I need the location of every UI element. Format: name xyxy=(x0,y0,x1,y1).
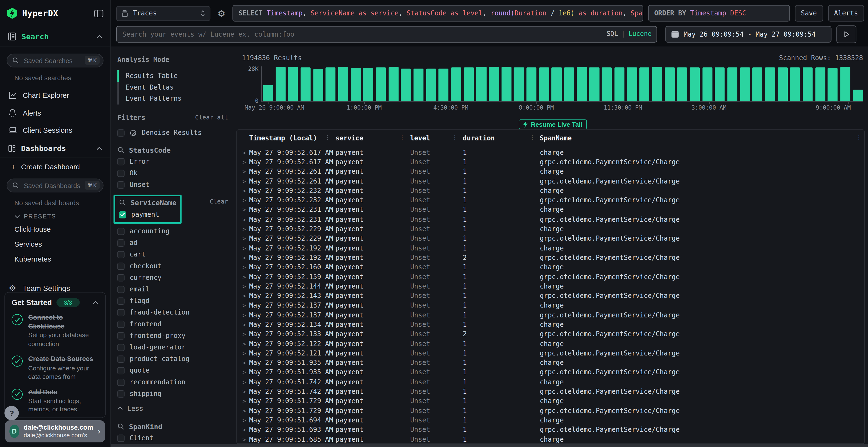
row-expand-chevron[interactable]: > xyxy=(243,331,249,338)
horizontal-scrollbar[interactable] xyxy=(111,444,868,447)
checkbox[interactable] xyxy=(117,170,125,177)
histogram-bar[interactable] xyxy=(689,67,700,101)
histogram-bar[interactable] xyxy=(338,67,348,101)
sql-orderby-editor[interactable]: ORDER BY Timestamp DESC xyxy=(648,5,790,22)
col-spanname[interactable]: SpanName xyxy=(540,134,864,142)
row-expand-chevron[interactable]: > xyxy=(243,245,249,251)
row-expand-chevron[interactable]: > xyxy=(243,187,249,194)
histogram-bar[interactable] xyxy=(840,67,850,101)
row-expand-chevron[interactable]: > xyxy=(243,388,249,395)
denoise-checkbox[interactable] xyxy=(117,129,125,136)
histogram-bar[interactable] xyxy=(640,67,650,101)
show-less-toggle[interactable]: Less xyxy=(117,404,228,412)
checkbox[interactable] xyxy=(117,158,125,165)
sql-language-toggle[interactable]: SQL xyxy=(607,30,618,38)
analysis-mode-event-patterns[interactable]: Event Patterns xyxy=(117,93,228,104)
table-row[interactable]: >May 27 9:09:51.742 AMpaymentUnset1grpc.… xyxy=(237,387,864,397)
histogram-bar[interactable] xyxy=(464,67,474,101)
table-row[interactable]: >May 27 9:09:52.192 AMpaymentUnset2grpc.… xyxy=(237,253,864,263)
chevron-up-icon[interactable] xyxy=(96,34,102,38)
service-option-checkout[interactable]: checkout xyxy=(117,262,228,270)
histogram-bar[interactable] xyxy=(602,67,612,101)
histogram-bar[interactable] xyxy=(389,67,399,101)
sidebar-item-kubernetes[interactable]: Kubernetes xyxy=(0,252,110,267)
service-option-quote[interactable]: quote xyxy=(117,366,228,375)
table-row[interactable]: >May 27 9:09:51.685 AMpaymentUnset1charg… xyxy=(237,435,864,443)
checkbox[interactable] xyxy=(117,286,125,293)
table-row[interactable]: >May 27 9:09:52.134 AMpaymentUnset1charg… xyxy=(237,320,864,330)
row-expand-chevron[interactable]: > xyxy=(243,178,249,184)
histogram-bar[interactable] xyxy=(501,67,512,101)
histogram-bar[interactable] xyxy=(263,85,273,101)
sidebar-item-clickhouse[interactable]: ClickHouse xyxy=(0,222,110,237)
histogram-bar[interactable] xyxy=(752,68,763,101)
table-row[interactable]: >May 27 9:09:52.231 AMpaymentUnset1grpc.… xyxy=(237,215,864,224)
histogram-bar[interactable] xyxy=(376,67,386,101)
sidebar-section-search[interactable]: Search xyxy=(0,27,110,46)
service-option-flagd[interactable]: flagd xyxy=(117,297,228,305)
table-row[interactable]: >May 27 9:09:52.144 AMpaymentUnset1charg… xyxy=(237,281,864,291)
row-expand-chevron[interactable]: > xyxy=(243,417,249,424)
row-expand-chevron[interactable]: > xyxy=(243,321,249,328)
servicename-clear-link[interactable]: Clear xyxy=(210,198,228,205)
payment-checkbox-checked[interactable] xyxy=(119,211,126,218)
presets-toggle[interactable]: PRESETS xyxy=(0,208,110,221)
checkbox[interactable] xyxy=(117,332,125,339)
histogram-bar[interactable] xyxy=(815,68,825,101)
histogram-bar[interactable] xyxy=(401,68,411,101)
histogram-bar[interactable] xyxy=(351,68,361,101)
histogram-bar[interactable] xyxy=(765,68,775,101)
save-button[interactable]: Save xyxy=(795,5,823,22)
service-option-frontend-proxy[interactable]: frontend-proxy xyxy=(117,332,228,340)
table-row[interactable]: >May 27 9:09:51.729 AMpaymentUnset1grpc.… xyxy=(237,406,864,415)
get-started-step[interactable]: Add DataStart sending logs, metrics, or … xyxy=(11,387,98,414)
histogram-bar[interactable] xyxy=(527,67,537,101)
spankind-option-client[interactable]: Client xyxy=(117,434,228,442)
row-expand-chevron[interactable]: > xyxy=(243,206,249,213)
col-timestamp[interactable]: Timestamp (Local) xyxy=(249,134,335,142)
sidebar-item-chart-explorer[interactable]: Chart Explorer xyxy=(0,86,110,104)
get-started-step[interactable]: Create Data SourcesConfigure where your … xyxy=(11,355,98,381)
table-row[interactable]: >May 27 9:09:52.617 AMpaymentUnset1charg… xyxy=(237,148,864,157)
denoise-results-option[interactable]: Denoise Results xyxy=(117,129,228,137)
row-expand-chevron[interactable]: > xyxy=(243,369,249,376)
checkbox[interactable] xyxy=(117,309,125,316)
row-expand-chevron[interactable]: > xyxy=(243,350,249,357)
row-expand-chevron[interactable]: > xyxy=(243,312,249,318)
checkbox[interactable] xyxy=(117,379,125,386)
checkbox[interactable] xyxy=(117,274,125,281)
statuscode-option-error[interactable]: Error xyxy=(117,157,228,166)
row-expand-chevron[interactable]: > xyxy=(243,149,249,156)
column-resize-handle[interactable]: ⋮ xyxy=(856,134,862,141)
row-expand-chevron[interactable]: > xyxy=(243,302,249,309)
table-row[interactable]: >May 27 9:09:52.229 AMpaymentUnset1grpc.… xyxy=(237,234,864,243)
checkbox[interactable] xyxy=(117,181,125,188)
statuscode-option-ok[interactable]: Ok xyxy=(117,169,228,177)
table-row[interactable]: >May 27 9:09:52.159 AMpaymentUnset1grpc.… xyxy=(237,272,864,281)
histogram-bar[interactable] xyxy=(476,67,486,101)
histogram-bar[interactable] xyxy=(614,68,624,101)
row-expand-chevron[interactable]: > xyxy=(243,264,249,271)
column-resize-handle[interactable]: ⋮ xyxy=(399,134,405,141)
service-option-fraud-detection[interactable]: fraud-detection xyxy=(117,308,228,316)
checkbox[interactable] xyxy=(117,297,125,304)
histogram-bar[interactable] xyxy=(489,67,499,101)
sidebar-item-services[interactable]: Services xyxy=(0,237,110,252)
histogram-bar[interactable] xyxy=(589,67,599,101)
chevron-up-icon[interactable] xyxy=(96,146,102,150)
row-expand-chevron[interactable]: > xyxy=(243,426,249,433)
table-row[interactable]: >May 27 9:09:51.694 AMpaymentUnset1charg… xyxy=(237,415,864,425)
histogram-bar[interactable] xyxy=(564,67,574,101)
checkbox[interactable] xyxy=(117,320,125,328)
clear-all-link[interactable]: Clear all xyxy=(195,114,228,121)
row-expand-chevron[interactable]: > xyxy=(243,436,249,443)
sidebar-section-dashboards[interactable]: Dashboards xyxy=(0,139,110,158)
table-row[interactable]: >May 27 9:09:52.160 AMpaymentUnset1charg… xyxy=(237,263,864,272)
service-option-cart[interactable]: cart xyxy=(117,250,228,259)
alerts-button[interactable]: Alerts xyxy=(828,5,864,22)
service-option-load-generator[interactable]: load-generator xyxy=(117,343,228,351)
histogram-bar[interactable] xyxy=(514,67,524,101)
column-resize-handle[interactable]: ⋮ xyxy=(529,134,535,141)
histogram-bar[interactable] xyxy=(288,67,298,101)
sidebar-item-alerts[interactable]: Alerts xyxy=(0,104,110,122)
